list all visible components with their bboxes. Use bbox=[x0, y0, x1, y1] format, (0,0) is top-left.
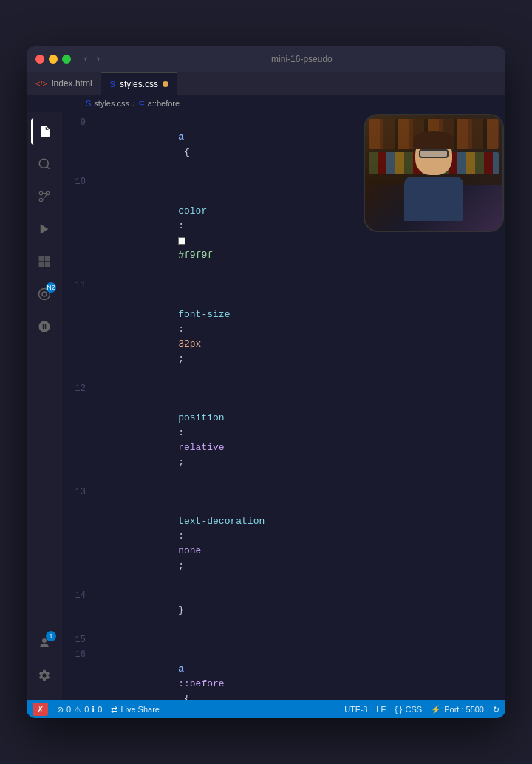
person-glasses bbox=[419, 149, 449, 158]
webcam-person bbox=[397, 134, 471, 231]
breadcrumb-separator: › bbox=[132, 99, 135, 108]
nav-buttons: ‹ › bbox=[83, 53, 101, 65]
files-activity-icon[interactable] bbox=[31, 118, 58, 145]
line-num-10: 10 bbox=[62, 174, 98, 189]
css-colon-10: : bbox=[178, 220, 190, 231]
person-hair bbox=[413, 131, 454, 149]
code-line-11: 11 font-size : 32px ; bbox=[62, 278, 505, 381]
css-colon-12: : bbox=[178, 427, 190, 438]
css-value-relative: relative bbox=[178, 442, 224, 453]
status-liveshare[interactable]: ⇄ Live Share bbox=[111, 705, 160, 714]
svg-rect-8 bbox=[39, 262, 44, 267]
settings-activity-icon[interactable] bbox=[31, 662, 58, 689]
css-icon: S bbox=[110, 80, 115, 89]
minimize-button[interactable] bbox=[49, 55, 58, 64]
css-brace-open-16: { bbox=[178, 693, 190, 700]
breadcrumb-path[interactable]: a::before bbox=[148, 99, 180, 108]
port-label: Port : 5500 bbox=[444, 705, 484, 714]
breadcrumb-file[interactable]: styles.css bbox=[94, 99, 129, 108]
accounts-bottom-activity-icon[interactable]: 1 bbox=[31, 630, 58, 656]
css-selector-abefore: a bbox=[178, 664, 184, 675]
maximize-button[interactable] bbox=[62, 55, 71, 64]
forward-arrow-icon[interactable]: › bbox=[95, 53, 100, 65]
line-content-16: a ::before { bbox=[98, 647, 505, 700]
status-errors[interactable]: ⊘ 0 ⚠ 0 ℹ 0 bbox=[57, 705, 102, 714]
source-control-activity-icon[interactable] bbox=[31, 183, 58, 210]
tab-styles-css[interactable]: S styles.css bbox=[101, 72, 177, 95]
status-x-button[interactable]: ✗ bbox=[33, 703, 48, 716]
svg-marker-5 bbox=[41, 224, 49, 234]
webcam-background bbox=[365, 115, 502, 231]
remote-activity-icon[interactable]: N2 bbox=[31, 281, 58, 307]
css-semi-13: ; bbox=[178, 560, 184, 571]
close-button[interactable] bbox=[35, 55, 44, 64]
status-port[interactable]: ⚡ Port : 5500 bbox=[431, 705, 484, 714]
language-label: CSS bbox=[406, 705, 423, 714]
css-value-none: none bbox=[178, 545, 201, 556]
css-prop-textdeco: text-decoration bbox=[178, 516, 265, 527]
code-line-13: 13 text-decoration : none ; bbox=[62, 485, 505, 588]
svg-rect-6 bbox=[39, 256, 44, 262]
language-icon: { } bbox=[395, 705, 402, 714]
back-arrow-icon[interactable]: ‹ bbox=[83, 53, 89, 65]
line-content-12: position : relative ; bbox=[98, 381, 505, 485]
extensions-activity-icon[interactable] bbox=[31, 248, 58, 275]
warning-count: 0 bbox=[84, 705, 89, 714]
copilot-activity-icon[interactable] bbox=[31, 313, 58, 340]
traffic-lights bbox=[35, 55, 71, 64]
css-brace-open: { bbox=[178, 146, 190, 157]
activity-bar-bottom: 1 bbox=[31, 630, 58, 695]
refresh-icon: ↻ bbox=[493, 705, 499, 714]
breadcrumb: S styles.css › ⊂ a::before bbox=[27, 95, 505, 112]
css-semi-11: ; bbox=[178, 353, 184, 364]
tab-index-html[interactable]: </> index.html bbox=[27, 72, 101, 95]
line-endings-label: LF bbox=[376, 705, 386, 714]
modified-indicator bbox=[163, 81, 168, 87]
status-language[interactable]: { } CSS bbox=[395, 705, 422, 714]
info-icon: ℹ bbox=[92, 705, 95, 714]
tab-label-styles: styles.css bbox=[120, 79, 158, 89]
breadcrumb-path-icon: ⊂ bbox=[138, 98, 145, 108]
main-content: N2 1 bbox=[27, 112, 505, 700]
status-refresh[interactable]: ↻ bbox=[493, 705, 499, 714]
svg-point-12 bbox=[42, 638, 47, 643]
info-count: 0 bbox=[98, 705, 102, 714]
tabs-bar: </> index.html S styles.css bbox=[27, 72, 505, 95]
line-num-13: 13 bbox=[62, 485, 98, 499]
title-search[interactable]: mini-16-pseudo bbox=[107, 54, 497, 64]
tab-label-index: index.html bbox=[52, 78, 92, 89]
line-content-14: } bbox=[98, 588, 505, 632]
line-num-12: 12 bbox=[62, 381, 98, 396]
css-value-fontsize: 32px bbox=[178, 338, 201, 349]
line-content-11: font-size : 32px ; bbox=[98, 278, 505, 381]
svg-rect-7 bbox=[45, 256, 50, 262]
line-num-14: 14 bbox=[62, 588, 98, 603]
status-line-endings[interactable]: LF bbox=[376, 705, 386, 714]
search-activity-icon[interactable] bbox=[31, 151, 58, 177]
line-num-15: 15 bbox=[62, 632, 98, 647]
line-num-16: 16 bbox=[62, 647, 98, 662]
breadcrumb-css-icon: S bbox=[86, 99, 91, 108]
code-line-12: 12 position : relative ; bbox=[62, 381, 505, 485]
code-line-16: 16 a ::before { bbox=[62, 647, 505, 700]
status-encoding[interactable]: UTF-8 bbox=[344, 705, 367, 714]
css-semi-12: ; bbox=[178, 457, 184, 468]
css-value-color: #f9f9f bbox=[178, 250, 213, 261]
css-brace-close-14: } bbox=[178, 604, 184, 615]
warning-icon: ⚠ bbox=[74, 705, 81, 714]
svg-rect-9 bbox=[45, 262, 50, 267]
code-line-14: 14 } bbox=[62, 588, 505, 632]
css-prop-fontsize: font-size bbox=[178, 309, 230, 320]
svg-line-1 bbox=[47, 166, 49, 168]
line-content-13: text-decoration : none ; bbox=[98, 485, 505, 588]
code-line-15: 15 bbox=[62, 632, 505, 647]
liveshare-label: Live Share bbox=[120, 705, 160, 714]
webcam-overlay bbox=[364, 114, 504, 232]
port-icon: ⚡ bbox=[431, 705, 441, 714]
debug-activity-icon[interactable] bbox=[31, 216, 58, 242]
editor-area[interactable]: 9 a { 10 color : bbox=[62, 112, 505, 700]
color-swatch-f9f9f9 bbox=[178, 237, 185, 245]
css-prop-color: color bbox=[178, 205, 207, 216]
css-pseudo-before: ::before bbox=[178, 678, 224, 689]
css-colon-11: : bbox=[178, 324, 190, 335]
